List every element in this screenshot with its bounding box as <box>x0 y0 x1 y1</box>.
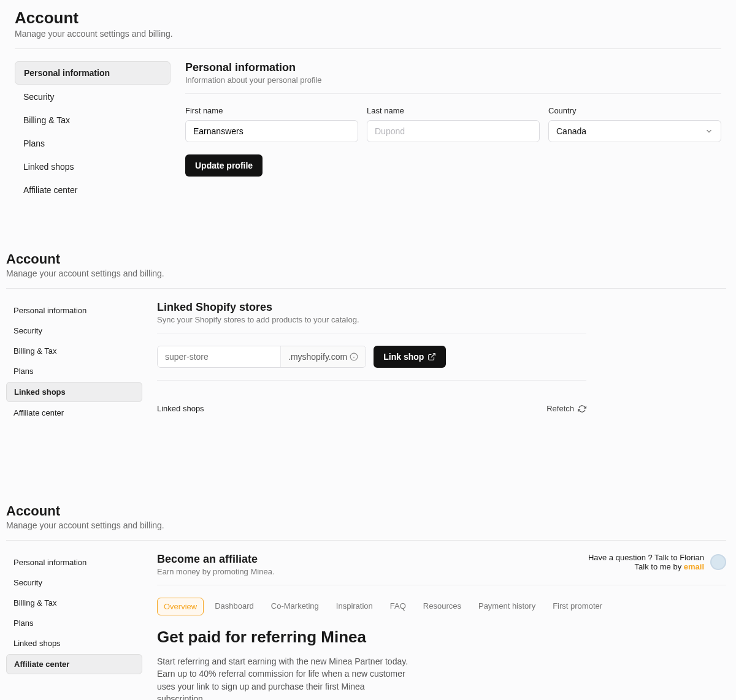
divider <box>6 540 726 541</box>
tab-linked-shops[interactable]: Linked shops <box>6 634 142 653</box>
subtab-co-marketing[interactable]: Co-Marketing <box>265 598 325 615</box>
affiliate-body: Start referring and start earning with t… <box>157 655 415 700</box>
affiliate-heading: Get paid for referring Minea <box>157 628 726 647</box>
talk-text: Talk to me by email <box>635 562 704 571</box>
page-title: Account <box>6 503 726 519</box>
last-name-input[interactable] <box>375 126 532 136</box>
subtab-first-promoter[interactable]: First promoter <box>546 598 608 615</box>
subtab-overview[interactable]: Overview <box>157 598 204 615</box>
tab-security[interactable]: Security <box>6 573 142 592</box>
section-subtitle: Sync your Shopify stores to add products… <box>157 315 586 324</box>
tab-linked-shops[interactable]: Linked shops <box>15 156 171 178</box>
link-shop-button[interactable]: Link shop <box>374 346 446 368</box>
avatar <box>710 554 726 570</box>
tab-personal-information[interactable]: Personal information <box>6 301 142 320</box>
last-name-label: Last name <box>367 106 540 115</box>
section-subtitle: Earn money by promoting Minea. <box>157 567 274 576</box>
tab-billing[interactable]: Billing & Tax <box>6 341 142 360</box>
update-profile-button[interactable]: Update profile <box>185 154 263 177</box>
section-divider <box>157 585 726 585</box>
subtab-inspiration[interactable]: Inspiration <box>330 598 379 615</box>
chevron-down-icon <box>705 127 713 135</box>
subtab-faq[interactable]: FAQ <box>384 598 412 615</box>
page-title: Account <box>6 251 726 267</box>
store-input-group: .myshopify.com <box>157 346 366 368</box>
page-subtitle: Manage your account settings and billing… <box>15 29 721 39</box>
page-title: Account <box>15 9 721 28</box>
subtab-dashboard[interactable]: Dashboard <box>209 598 260 615</box>
country-select[interactable]: Canada <box>548 120 721 142</box>
store-suffix: .myshopify.com <box>280 346 366 367</box>
tab-plans[interactable]: Plans <box>15 132 171 154</box>
page-subtitle: Manage your account settings and billing… <box>6 520 726 530</box>
tab-affiliate-center[interactable]: Affiliate center <box>6 654 142 674</box>
section-title: Linked Shopify stores <box>157 301 586 314</box>
question-text: Have a question ? Talk to Florian <box>588 553 704 562</box>
tab-linked-shops[interactable]: Linked shops <box>6 382 142 402</box>
account-sidebar: Personal information Security Billing & … <box>6 553 142 700</box>
last-name-input-wrap[interactable] <box>367 120 540 142</box>
tab-personal-information[interactable]: Personal information <box>6 553 142 572</box>
subtab-payment-history[interactable]: Payment history <box>472 598 542 615</box>
section-title: Personal information <box>185 61 721 74</box>
linked-shops-label: Linked shops <box>157 404 204 413</box>
svg-line-3 <box>431 354 435 357</box>
tab-plans[interactable]: Plans <box>6 362 142 381</box>
section-divider <box>157 333 586 333</box>
page-subtitle: Manage your account settings and billing… <box>6 268 726 278</box>
country-label: Country <box>548 106 721 115</box>
divider <box>6 288 726 289</box>
country-value: Canada <box>556 126 586 136</box>
tab-security[interactable]: Security <box>6 321 142 340</box>
section-divider <box>185 93 721 94</box>
account-sidebar: Personal information Security Billing & … <box>6 301 142 424</box>
subtab-resources[interactable]: Resources <box>417 598 467 615</box>
section-subtitle: Information about your personal profile <box>185 75 721 85</box>
first-name-label: First name <box>185 106 358 115</box>
tab-billing[interactable]: Billing & Tax <box>6 593 142 612</box>
tab-affiliate-center[interactable]: Affiliate center <box>15 179 171 201</box>
account-sidebar: Personal information Security Billing & … <box>15 61 171 202</box>
divider <box>15 48 721 49</box>
tab-security[interactable]: Security <box>15 86 171 108</box>
refresh-icon <box>578 405 586 413</box>
section-title: Become an affiliate <box>157 553 274 566</box>
email-link[interactable]: email <box>684 562 704 571</box>
affiliate-subtabs: Overview Dashboard Co-Marketing Inspirat… <box>157 598 726 615</box>
first-name-input-wrap[interactable] <box>185 120 358 142</box>
refetch-button[interactable]: Refetch <box>546 404 586 413</box>
store-subdomain-input[interactable] <box>158 346 280 367</box>
first-name-input[interactable] <box>193 126 350 136</box>
section-divider <box>157 380 586 381</box>
tab-billing[interactable]: Billing & Tax <box>15 109 171 131</box>
info-icon <box>350 352 358 361</box>
tab-affiliate-center[interactable]: Affiliate center <box>6 403 142 422</box>
external-link-icon <box>427 352 436 361</box>
tab-personal-information[interactable]: Personal information <box>15 61 171 85</box>
tab-plans[interactable]: Plans <box>6 614 142 633</box>
